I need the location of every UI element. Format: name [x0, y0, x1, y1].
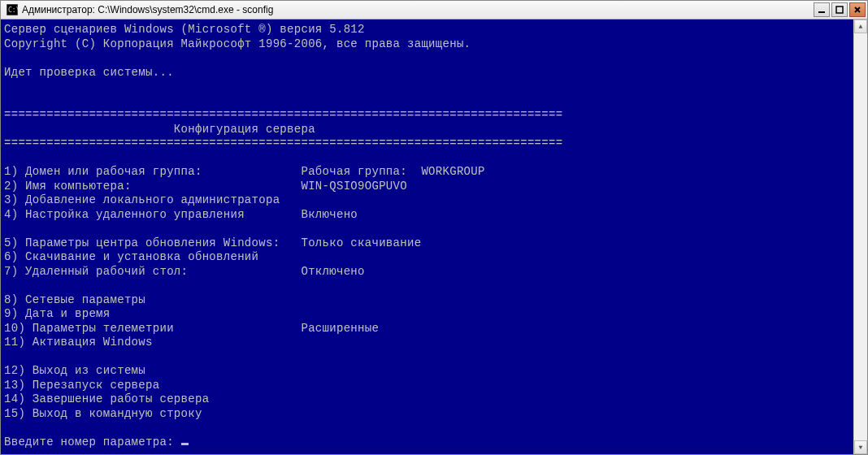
titlebar[interactable]: C:\ Администратор: C:\Windows\system32\c…: [1, 1, 867, 20]
cmd-icon: C:\: [6, 3, 19, 16]
svg-rect-2: [818, 11, 825, 13]
svg-rect-3: [836, 6, 843, 13]
close-button[interactable]: [849, 2, 866, 17]
svg-text:C:\: C:\: [8, 6, 18, 14]
scroll-down-button[interactable]: ▼: [854, 440, 867, 454]
maximize-button[interactable]: [831, 2, 848, 17]
vertical-scrollbar[interactable]: ▲ ▼: [853, 20, 867, 454]
window-title: Администратор: C:\Windows\system32\cmd.e…: [22, 4, 814, 15]
scroll-up-button[interactable]: ▲: [854, 20, 867, 33]
text-cursor: [181, 443, 189, 445]
scroll-track[interactable]: [854, 33, 867, 440]
window-controls: [814, 2, 866, 17]
console-output[interactable]: Сервер сценариев Windows (Microsoft ®) в…: [1, 20, 853, 454]
command-prompt-window: C:\ Администратор: C:\Windows\system32\c…: [0, 0, 868, 455]
client-area: Сервер сценариев Windows (Microsoft ®) в…: [1, 20, 867, 454]
minimize-button[interactable]: [814, 2, 830, 17]
